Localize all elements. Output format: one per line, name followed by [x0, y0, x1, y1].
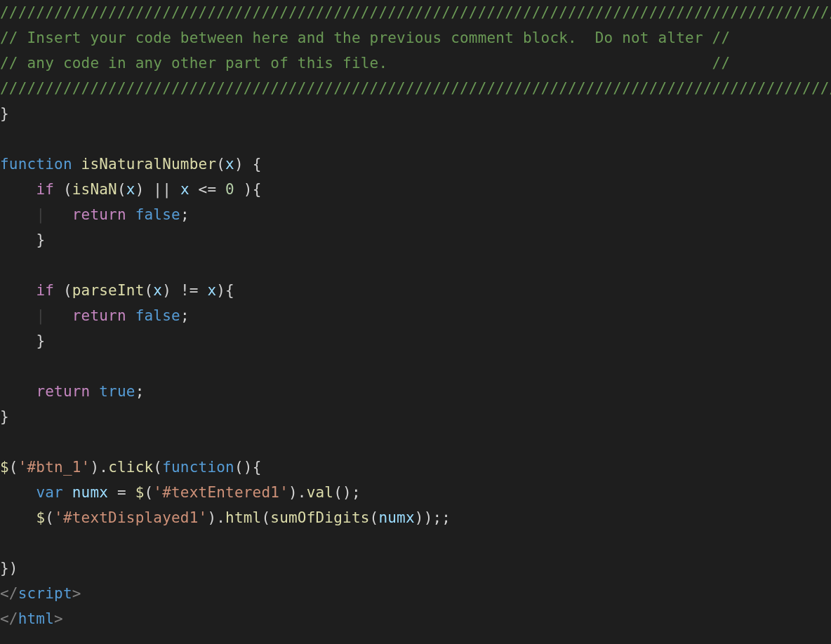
code-token: return [72, 307, 126, 324]
code-token: html [18, 610, 54, 627]
code-line[interactable] [0, 253, 831, 278]
code-token: $ [135, 484, 145, 501]
code-token [0, 232, 36, 248]
code-token [0, 383, 36, 400]
code-line[interactable]: // any code in any other part of this fi… [0, 51, 831, 76]
code-token: (); [333, 484, 361, 501]
code-line[interactable]: if (parseInt(x) != x){ [0, 278, 831, 303]
code-token: // any code in any other part of this fi… [0, 55, 730, 72]
code-line[interactable] [0, 530, 831, 556]
code-line[interactable]: </script> [0, 581, 831, 606]
code-token [90, 383, 99, 400]
code-line[interactable] [0, 354, 831, 379]
code-token: ( [45, 509, 54, 526]
code-token [0, 307, 36, 324]
code-token [0, 206, 36, 223]
code-token [0, 484, 36, 501]
code-token: { [253, 156, 262, 173]
code-token: ( [370, 509, 379, 526]
code-token: || [153, 181, 171, 198]
code-line[interactable] [0, 126, 831, 152]
code-token: ( [261, 509, 270, 526]
code-token: html [225, 509, 261, 526]
code-token: numx [378, 509, 414, 526]
code-token: x [153, 282, 162, 299]
code-line[interactable]: return true; [0, 379, 831, 404]
code-token: ( [153, 459, 162, 476]
code-token: } [0, 408, 9, 425]
code-token: ////////////////////////////////////////… [0, 80, 831, 97]
code-line[interactable]: } [0, 328, 831, 354]
code-token [54, 282, 63, 299]
code-line[interactable]: ////////////////////////////////////////… [0, 0, 831, 25]
code-line[interactable]: function isNaturalNumber(x) { [0, 152, 831, 177]
code-line[interactable]: // Insert your code between here and the… [0, 25, 831, 51]
code-token: '#btn_1' [18, 459, 91, 476]
code-line[interactable]: | return false; [0, 303, 831, 328]
code-token: '#textEntered1' [153, 484, 288, 501]
code-token [0, 333, 36, 349]
code-token [171, 181, 180, 198]
code-line[interactable]: ////////////////////////////////////////… [0, 76, 831, 101]
code-line[interactable]: } [0, 404, 831, 429]
code-token: '#textDisplayed1' [54, 509, 207, 526]
code-token: ));; [415, 509, 451, 526]
code-line[interactable]: $('#btn_1').click(function(){ [0, 455, 831, 480]
code-token [190, 181, 199, 198]
code-token: val [307, 484, 334, 501]
code-token: ////////////////////////////////////////… [0, 4, 831, 21]
code-token: != [180, 282, 199, 299]
code-token: x [126, 181, 135, 198]
code-token: ( [145, 484, 154, 501]
code-token: x [180, 181, 190, 198]
code-token: { [253, 459, 262, 476]
code-token [0, 509, 36, 526]
code-token [108, 484, 117, 501]
code-token: sumOfDigits [270, 509, 369, 526]
code-line[interactable]: if (isNaN(x) || x <= 0 ){ [0, 177, 831, 202]
code-token: var [36, 484, 63, 501]
code-line[interactable]: } [0, 227, 831, 253]
code-token: | [36, 206, 45, 223]
code-token: function [162, 459, 234, 476]
code-token [72, 156, 81, 173]
code-line[interactable]: | return false; [0, 202, 831, 227]
code-token: x [207, 282, 216, 299]
code-token: ). [90, 459, 108, 476]
code-token: ( [63, 181, 72, 198]
code-token: function [0, 156, 72, 173]
code-line[interactable] [0, 429, 831, 455]
code-token: } [0, 560, 9, 577]
code-token [0, 282, 36, 299]
code-token: ( [145, 282, 154, 299]
code-token: { [225, 282, 234, 299]
code-line[interactable]: $('#textDisplayed1').html(sumOfDigits(nu… [0, 505, 831, 530]
code-token [45, 307, 72, 324]
code-line[interactable]: } [0, 101, 831, 126]
code-token: true [99, 383, 135, 400]
code-token: | [36, 307, 45, 324]
code-token: ; [135, 383, 145, 400]
code-token: // Insert your code between here and the… [0, 29, 730, 46]
code-token: ( [9, 459, 18, 476]
code-token: ) [234, 156, 253, 173]
code-token: } [0, 105, 9, 122]
code-token: ( [216, 156, 225, 173]
code-line[interactable]: </html> [0, 606, 831, 631]
code-line[interactable]: }) [0, 556, 831, 581]
code-token [234, 181, 244, 198]
code-token: <= [199, 181, 217, 198]
code-editor[interactable]: ////////////////////////////////////////… [0, 0, 831, 631]
code-token [45, 206, 72, 223]
code-token: ( [63, 282, 72, 299]
code-token: > [54, 610, 63, 627]
code-token: if [36, 282, 54, 299]
code-token: { [253, 181, 262, 198]
code-token: $ [0, 459, 9, 476]
code-token: false [135, 206, 180, 223]
code-line[interactable]: var numx = $('#textEntered1').val(); [0, 480, 831, 505]
code-token: ) [135, 181, 154, 198]
code-token: ( [117, 181, 126, 198]
code-token: 0 [225, 181, 234, 198]
code-token [54, 181, 63, 198]
